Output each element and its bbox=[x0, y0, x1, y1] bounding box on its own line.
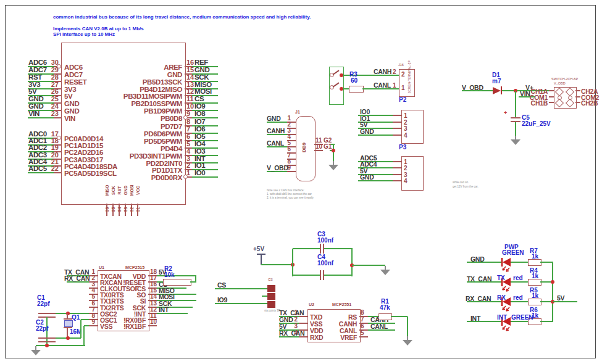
wire bbox=[84, 325, 89, 326]
db9-note: 1. with obdii db9 line connect the car bbox=[267, 193, 312, 196]
net-label: GND bbox=[194, 67, 209, 74]
pin-number: 14 bbox=[150, 294, 157, 300]
resistor-body bbox=[528, 279, 541, 286]
value-label: 100nf bbox=[317, 238, 333, 244]
wire bbox=[80, 320, 82, 338]
pin-name: PB1D9PWM bbox=[91, 108, 182, 115]
inversion-circle-icon bbox=[183, 175, 188, 179]
net-label: CANL bbox=[370, 323, 388, 330]
wire bbox=[324, 275, 353, 276]
pin-number: 36 bbox=[105, 204, 109, 216]
pin-name: GND bbox=[91, 72, 182, 79]
wire bbox=[391, 316, 408, 317]
can-description-note: common industrial bus because of its lon… bbox=[53, 15, 311, 20]
pin-line bbox=[359, 336, 368, 337]
pin-name: PD5D5PWM bbox=[91, 138, 182, 146]
pin-number: 24 bbox=[42, 103, 59, 110]
net-label: GND bbox=[360, 128, 374, 135]
pin-line bbox=[393, 161, 401, 162]
pin-name: PB0D8 bbox=[91, 115, 182, 123]
pin-number: 28 bbox=[42, 74, 59, 81]
pin-name: GND bbox=[64, 108, 79, 115]
pin-number: 8 bbox=[361, 310, 364, 316]
ground-icon bbox=[403, 340, 412, 345]
pin-number: 14 bbox=[186, 74, 194, 81]
value-label: 10k bbox=[164, 272, 175, 278]
pin-line bbox=[549, 96, 554, 97]
wire bbox=[293, 275, 320, 276]
pin-line bbox=[54, 117, 61, 118]
pin-number: 8 bbox=[186, 118, 190, 125]
net-label: 5V bbox=[557, 295, 564, 302]
db9-note: Note use 2 CAN bus interface: bbox=[267, 189, 304, 192]
pin-line bbox=[393, 180, 401, 181]
led-tag: RX bbox=[497, 295, 506, 301]
pin-name: RESET bbox=[64, 79, 86, 86]
pin-number: 2 bbox=[404, 165, 408, 172]
pin-number: 25 bbox=[42, 96, 59, 102]
pin-line bbox=[549, 102, 554, 103]
pin-line bbox=[575, 102, 580, 103]
crystal-icon bbox=[64, 320, 73, 327]
pin-name: !RX1BF bbox=[104, 323, 146, 330]
wire bbox=[36, 345, 85, 346]
resistor-body bbox=[349, 86, 364, 93]
obd-note: get 12V from the car. bbox=[453, 186, 479, 189]
net-label: GND bbox=[28, 103, 43, 110]
switch-contact-icon bbox=[558, 96, 562, 100]
net-label: IO1 bbox=[194, 162, 205, 170]
wire bbox=[553, 301, 577, 302]
pad-note: via points 3P bbox=[264, 310, 280, 313]
pin-name: AREF bbox=[91, 64, 182, 72]
net-label: CANL bbox=[374, 82, 391, 89]
wire bbox=[462, 90, 493, 91]
wire bbox=[157, 281, 163, 283]
pin-number: 15 bbox=[186, 67, 194, 73]
value-label: V_OBD bbox=[554, 82, 566, 86]
net-label: IO5 bbox=[194, 133, 205, 141]
pin-name: PD1D1TX bbox=[91, 167, 182, 175]
power-stem bbox=[261, 255, 262, 265]
value-label: 1k bbox=[532, 254, 538, 260]
pin-name: PD6D6PWM bbox=[91, 131, 182, 138]
pin-line bbox=[393, 128, 401, 129]
junction-dot bbox=[66, 336, 70, 340]
led-color-label: red bbox=[513, 295, 523, 301]
junction-dot bbox=[551, 280, 554, 284]
resistor-body bbox=[163, 279, 191, 286]
wire bbox=[215, 288, 267, 289]
net-label: INT bbox=[159, 307, 169, 313]
part-label: MCP2551 bbox=[332, 302, 351, 307]
package-label: SWITCH-2CH-6P bbox=[551, 78, 578, 81]
pin-number: 6 bbox=[361, 323, 364, 329]
pin-number: 31 bbox=[136, 204, 140, 216]
net-label: 5V bbox=[279, 323, 286, 330]
net-label: GND bbox=[28, 96, 43, 103]
wire bbox=[515, 122, 516, 136]
wire bbox=[552, 262, 553, 322]
pin-number: 7 bbox=[361, 316, 364, 323]
pin-name: SO bbox=[104, 292, 146, 299]
ref-label: J1 bbox=[295, 110, 300, 114]
pin-name: G1 bbox=[324, 144, 332, 150]
pin-name: PD3D3INT1PWM bbox=[91, 153, 182, 160]
pad-label: CS bbox=[268, 278, 273, 282]
spi-spec-note: SPI Interface up to 10 MHz bbox=[53, 32, 115, 37]
pin-number: 3 bbox=[288, 323, 298, 329]
pin-name: VREF bbox=[314, 334, 357, 341]
pin-name: MOSI bbox=[130, 178, 134, 203]
pin-line bbox=[549, 90, 554, 91]
net-label: IO6 bbox=[194, 126, 205, 133]
pin-name: PD7D7 bbox=[91, 123, 182, 131]
crystal-plate bbox=[64, 318, 72, 320]
net-label: IO9 bbox=[194, 103, 205, 110]
value-label: 100nf bbox=[317, 260, 333, 267]
capacitor-plate bbox=[38, 337, 56, 339]
solder-pad bbox=[267, 293, 275, 300]
net-label: IO9 bbox=[217, 297, 227, 304]
capacitor-plate bbox=[511, 117, 520, 118]
net-label: MOSI bbox=[194, 88, 212, 96]
pin-name: SCK bbox=[111, 178, 115, 203]
switch-contact-icon bbox=[568, 96, 572, 100]
connector-label: P2 bbox=[399, 97, 406, 103]
